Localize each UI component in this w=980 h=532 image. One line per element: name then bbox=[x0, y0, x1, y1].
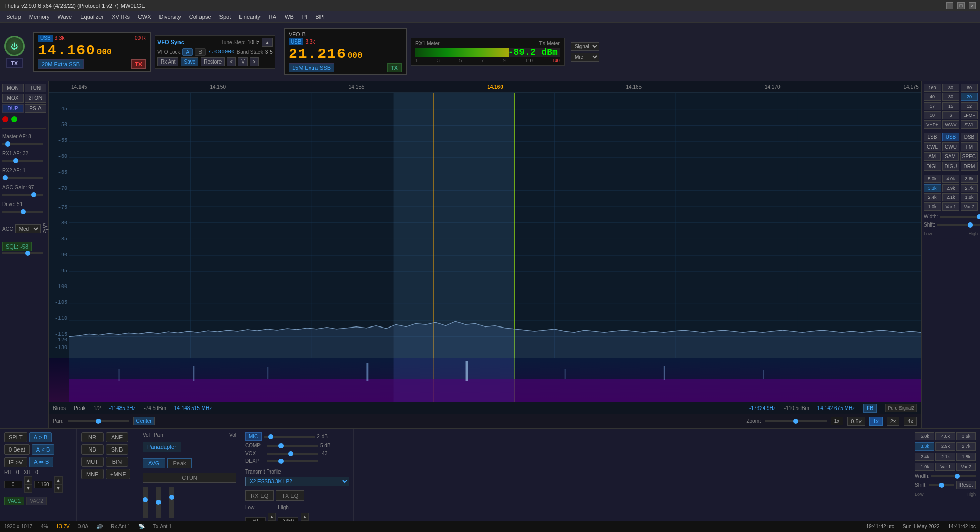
v-btn[interactable]: V bbox=[238, 57, 248, 66]
bin-btn[interactable]: BIN bbox=[106, 457, 128, 467]
tx-profile-select[interactable]: X2 ESSB3.3K LP2 bbox=[245, 477, 349, 486]
band-lfmf-btn[interactable]: LFMF bbox=[961, 111, 978, 119]
fb-btn[interactable]: FB bbox=[863, 404, 877, 413]
save-btn[interactable]: Save bbox=[181, 57, 198, 66]
band-160-btn[interactable]: 160 bbox=[924, 84, 941, 92]
a-swap-b-btn[interactable]: A ⇔ B bbox=[29, 457, 53, 467]
drm-btn[interactable]: DRM bbox=[961, 162, 978, 171]
lo-up-btn[interactable]: ▲ bbox=[268, 513, 276, 521]
panadapter-dropdown[interactable]: Panadapter bbox=[143, 442, 181, 452]
spec-btn[interactable]: SPEC bbox=[960, 152, 978, 161]
anf-btn[interactable]: ANF bbox=[106, 432, 128, 442]
vfo-b-btn[interactable]: B bbox=[195, 48, 206, 56]
mic-slider[interactable] bbox=[264, 436, 315, 438]
menu-item-pi[interactable]: PI bbox=[298, 13, 311, 21]
width-1k2-btn[interactable]: 1.0k bbox=[915, 463, 934, 471]
mox-btn[interactable]: MOX bbox=[2, 94, 24, 103]
drive-slider[interactable] bbox=[2, 211, 43, 213]
if-v-btn[interactable]: IF->V bbox=[4, 457, 27, 467]
width-24k-btn[interactable]: 2.4k bbox=[924, 193, 941, 201]
menu-item-cwx[interactable]: CWX bbox=[134, 13, 155, 21]
rx2-button[interactable]: TX bbox=[6, 58, 23, 68]
spectrum-display[interactable]: -45 -50 -55 -60 -65 -70 -75 -80 -85 -90 … bbox=[49, 93, 921, 358]
width-slider[interactable] bbox=[940, 216, 980, 218]
band-17-btn[interactable]: 17 bbox=[924, 102, 941, 110]
avg-btn[interactable]: AVG bbox=[143, 458, 165, 468]
mic-btn[interactable]: MIC bbox=[245, 432, 262, 441]
mic-selector[interactable]: Mic bbox=[571, 53, 599, 62]
vfo-a-btn[interactable]: A bbox=[182, 48, 193, 56]
rit-up-btn[interactable]: ▲ bbox=[24, 476, 32, 484]
mnf-btn[interactable]: MNF bbox=[81, 469, 104, 479]
sql-slider[interactable] bbox=[2, 252, 43, 254]
vfo-a-mode[interactable]: USB bbox=[38, 35, 53, 42]
width-4k2-btn[interactable]: 4.0k bbox=[935, 432, 955, 440]
var1-btn[interactable]: Var 1 bbox=[942, 202, 959, 211]
band-wwv-btn[interactable]: WWV bbox=[942, 120, 959, 129]
menu-item-wb[interactable]: WB bbox=[281, 13, 298, 21]
fm-btn[interactable]: FM bbox=[961, 142, 978, 151]
width-18k2-btn[interactable]: 1.8k bbox=[956, 453, 976, 461]
zoom-05-btn[interactable]: 0.5x bbox=[847, 417, 865, 426]
psa-btn[interactable]: PS-A bbox=[25, 104, 46, 113]
a-lt-b-btn[interactable]: A < B bbox=[32, 444, 55, 455]
vfo-b-mode[interactable]: USB bbox=[289, 38, 304, 45]
xit-down-btn[interactable]: ▼ bbox=[54, 484, 63, 493]
width-18k-btn[interactable]: 1.8k bbox=[961, 193, 978, 201]
band-30-btn[interactable]: 30 bbox=[942, 93, 959, 101]
band-vhf-btn[interactable]: VHF+ bbox=[924, 120, 941, 129]
a-gt-b-btn[interactable]: A > B bbox=[29, 432, 52, 442]
splt-btn[interactable]: SPLT bbox=[4, 432, 27, 442]
tx-eq-btn[interactable]: TX EQ bbox=[276, 490, 304, 501]
agc-gain-slider[interactable] bbox=[2, 194, 43, 196]
blobs-label[interactable]: Blobs bbox=[53, 405, 66, 411]
rx-ant-btn[interactable]: Rx Ant bbox=[157, 57, 178, 66]
lsb-btn[interactable]: LSB bbox=[924, 133, 941, 141]
menu-item-xvtrs[interactable]: XVTRs bbox=[108, 13, 134, 21]
usb-btn[interactable]: USB bbox=[942, 133, 959, 141]
band-60-btn[interactable]: 60 bbox=[961, 84, 978, 92]
zoom-slider[interactable] bbox=[765, 420, 827, 422]
band-12-btn[interactable]: 12 bbox=[961, 102, 978, 110]
vfo-b-frequency[interactable]: 21.216 bbox=[289, 46, 347, 62]
pan-slider[interactable] bbox=[68, 420, 129, 422]
arrow-left-btn[interactable]: < bbox=[227, 57, 236, 66]
center-btn[interactable]: Center bbox=[133, 417, 155, 425]
agc-mode-select[interactable]: Med Fast Slow Long bbox=[15, 224, 41, 233]
menu-item-diversity[interactable]: Diversity bbox=[155, 13, 185, 21]
rit-input[interactable] bbox=[4, 481, 22, 488]
cwl-btn[interactable]: CWL bbox=[924, 142, 941, 151]
width2-slider[interactable] bbox=[931, 475, 976, 477]
width-27k2-btn[interactable]: 2.7k bbox=[956, 442, 976, 451]
vac2-btn[interactable]: VAC2 bbox=[26, 497, 46, 505]
menu-item-spot[interactable]: Spot bbox=[215, 13, 235, 21]
var1-2-btn[interactable]: Var 1 bbox=[935, 463, 955, 471]
dexp-slider[interactable] bbox=[267, 460, 318, 462]
width-29k-btn[interactable]: 2.9k bbox=[942, 184, 959, 192]
nr-btn[interactable]: NR bbox=[81, 432, 104, 442]
width-21k-btn[interactable]: 2.1k bbox=[942, 193, 959, 201]
minimize-button[interactable]: ─ bbox=[946, 2, 953, 9]
vox-slider[interactable] bbox=[267, 453, 318, 455]
comp-slider[interactable] bbox=[267, 445, 318, 447]
twotone-btn[interactable]: 2TON bbox=[25, 94, 46, 103]
cwu-btn[interactable]: CWU bbox=[942, 142, 959, 151]
plus-mnf-btn[interactable]: +MNF bbox=[106, 469, 130, 479]
band-10-btn[interactable]: 10 bbox=[924, 111, 941, 119]
peak-label[interactable]: Peak bbox=[74, 405, 86, 411]
width-29k2-btn[interactable]: 2.9k bbox=[935, 442, 955, 451]
tun-btn[interactable]: TUN bbox=[25, 84, 46, 92]
band-6-btn[interactable]: 6 bbox=[942, 111, 959, 119]
ctun-btn[interactable]: CTUN bbox=[143, 473, 236, 483]
width-24k2-btn[interactable]: 2.4k bbox=[915, 453, 934, 461]
rx1-af-slider[interactable] bbox=[2, 160, 43, 162]
xit-up-btn[interactable]: ▲ bbox=[54, 476, 63, 484]
reset2-btn[interactable]: Reset bbox=[956, 481, 976, 489]
menu-item-setup[interactable]: Setup bbox=[2, 13, 25, 21]
arrow-right-btn[interactable]: > bbox=[250, 57, 259, 66]
shift2-slider[interactable] bbox=[929, 484, 954, 486]
width-4k-btn[interactable]: 4.0k bbox=[942, 175, 959, 183]
menu-item-equalizer[interactable]: Equalizer bbox=[76, 13, 108, 21]
zoom-1-btn[interactable]: 1x bbox=[869, 417, 883, 426]
mon-btn[interactable]: MON bbox=[2, 84, 24, 92]
